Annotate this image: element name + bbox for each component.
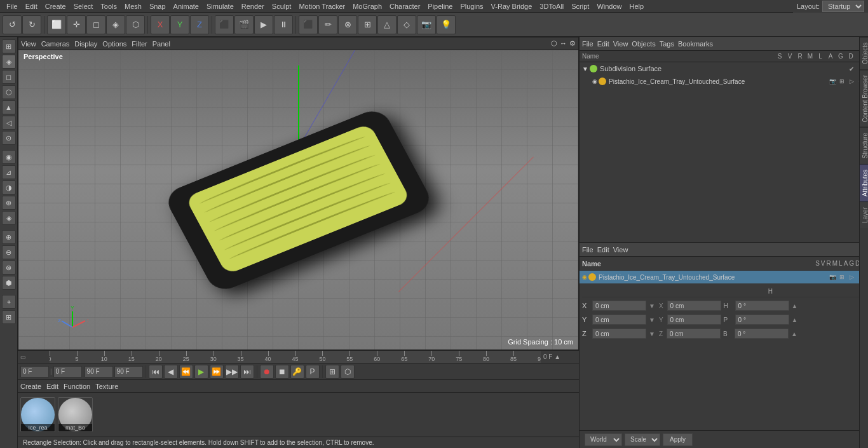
left-btn-10[interactable]: ◑ xyxy=(2,180,16,194)
left-btn-8[interactable]: ◉ xyxy=(2,150,16,164)
left-btn-5[interactable]: ▲ xyxy=(2,100,16,114)
z-axis-button[interactable]: Z xyxy=(190,15,209,34)
stop-button[interactable]: ⏹ xyxy=(275,365,289,379)
coord-x-up-arrow[interactable]: ▲ xyxy=(792,302,798,309)
material-ice[interactable]: Ice_rea xyxy=(20,397,55,432)
material-menu-edit[interactable]: Edit xyxy=(46,383,58,390)
transform-tool-button[interactable]: ⬡ xyxy=(126,15,145,34)
material-menu-texture[interactable]: Texture xyxy=(95,383,118,390)
material-box[interactable]: mat_Bo xyxy=(58,397,93,432)
left-btn-6[interactable]: ◁ xyxy=(2,116,16,130)
left-btn-17[interactable]: ⊞ xyxy=(2,310,16,324)
y-axis-button[interactable]: Y xyxy=(170,15,189,34)
left-btn-1[interactable]: ⊞ xyxy=(2,39,16,53)
select-tool-button[interactable]: ⬜ xyxy=(47,15,66,34)
coord-y-rot[interactable]: 0 ° xyxy=(735,315,789,325)
tab-layer[interactable]: Layer xyxy=(860,201,868,228)
left-btn-16[interactable]: ⬢ xyxy=(2,276,16,290)
next-keyframe-button[interactable]: ⏩ xyxy=(210,365,224,379)
left-btn-13[interactable]: ⊕ xyxy=(2,230,16,244)
om-row-subdivision[interactable]: ▼ Subdivision Surface ✔ ✔ xyxy=(580,62,868,75)
material-menu-create[interactable]: Create xyxy=(20,383,41,390)
camera-button[interactable]: 📷 xyxy=(417,15,436,34)
attr-selected-row[interactable]: ◉ Pistachio_Ice_Cream_Tray_Untouched_Sur… xyxy=(580,271,868,283)
coord-y-arrow[interactable]: ▼ xyxy=(649,316,655,323)
left-btn-15[interactable]: ⊗ xyxy=(2,261,16,275)
render-region-button[interactable]: 🎬 xyxy=(234,15,254,34)
rotate-tool-button[interactable]: ◻ xyxy=(86,15,105,34)
menu-item-window[interactable]: Window xyxy=(593,1,625,11)
viewport-menu-options[interactable]: Options xyxy=(102,40,126,48)
vp-icon-move[interactable]: ↔ xyxy=(560,39,567,48)
left-btn-11[interactable]: ⊛ xyxy=(2,196,16,210)
tab-objects[interactable]: Objects xyxy=(860,37,868,69)
layout-select[interactable]: Startup xyxy=(822,1,864,12)
coord-y-size[interactable]: 0 cm xyxy=(667,315,721,325)
scale-tool-button[interactable]: ◈ xyxy=(106,15,125,34)
record-button[interactable]: ⏺ xyxy=(260,365,274,379)
om-menu-view[interactable]: View xyxy=(613,40,628,48)
x-axis-button[interactable]: X xyxy=(151,15,170,34)
tab-content-browser[interactable]: Content Browser xyxy=(860,69,868,127)
attr-menu-file[interactable]: File xyxy=(582,246,593,254)
menu-item-render[interactable]: Render xyxy=(238,1,268,11)
coord-z-size[interactable]: 0 cm xyxy=(667,329,721,339)
sculpt-btn[interactable]: ⌖ xyxy=(2,295,16,309)
coord-y-up-arrow[interactable]: ▲ xyxy=(792,316,798,323)
prev-frame-button[interactable]: ◀ xyxy=(164,365,178,379)
menu-item-v-ray-bridge[interactable]: V-Ray Bridge xyxy=(487,1,536,11)
attr-menu-view[interactable]: View xyxy=(613,246,628,254)
coord-z-arrow[interactable]: ▼ xyxy=(649,330,655,337)
left-btn-12[interactable]: ◈ xyxy=(2,211,16,225)
left-btn-7[interactable]: ⊙ xyxy=(2,131,16,145)
coord-x-arrow[interactable]: ▼ xyxy=(649,302,655,309)
om-menu-objects[interactable]: Objects xyxy=(632,40,655,48)
left-btn-2[interactable]: ◈ xyxy=(2,55,16,69)
left-btn-9[interactable]: ⊿ xyxy=(2,165,16,179)
goto-start-button[interactable]: ⏮ xyxy=(149,365,163,379)
viewport-menu-cameras[interactable]: Cameras xyxy=(41,40,70,48)
material-menu-function[interactable]: Function xyxy=(64,383,90,390)
menu-item-pipeline[interactable]: Pipeline xyxy=(424,1,456,11)
cube-button[interactable]: ⬛ xyxy=(299,15,318,34)
om-menu-file[interactable]: File xyxy=(582,40,593,48)
object-mode-button[interactable]: ⬛ xyxy=(215,15,234,34)
pen-button[interactable]: ✏ xyxy=(318,15,337,34)
scale-dropdown[interactable]: Scale Size xyxy=(625,433,660,446)
timeline-arrow-up[interactable]: ▲ xyxy=(554,353,560,360)
om-row-pistachio[interactable]: ◉ Pistachio_Ice_Cream_Tray_Untouched_Sur… xyxy=(580,75,868,88)
scene-canvas[interactable]: Perspective Grid Spacing : 10 cm Y X Z xyxy=(18,50,578,350)
deformer-button[interactable]: △ xyxy=(377,15,397,34)
menu-item-motion-tracker[interactable]: Motion Tracker xyxy=(295,1,349,11)
menu-item-character[interactable]: Character xyxy=(386,1,424,11)
menu-item-select[interactable]: Select xyxy=(70,1,97,11)
menu-item-animate[interactable]: Animate xyxy=(170,1,203,11)
prev-keyframe-button[interactable]: ⏪ xyxy=(179,365,193,379)
menu-item-mesh[interactable]: Mesh xyxy=(121,1,146,11)
frame-current-input[interactable] xyxy=(53,366,82,377)
menu-item-tools[interactable]: Tools xyxy=(97,1,121,11)
tab-attributes[interactable]: Attributes xyxy=(860,164,868,201)
viewport-menu-view[interactable]: View xyxy=(21,40,36,48)
coord-z-rot[interactable]: 0 ° xyxy=(735,329,789,339)
coord-z-up-arrow[interactable]: ▲ xyxy=(791,330,797,337)
coord-x-rot[interactable]: 0 ° xyxy=(735,301,789,311)
frame-start-input[interactable] xyxy=(20,366,49,377)
left-btn-4[interactable]: ⬡ xyxy=(2,85,16,99)
menu-item-simulate[interactable]: Simulate xyxy=(203,1,238,11)
menu-item-help[interactable]: Help xyxy=(626,1,648,11)
array-button[interactable]: ⊞ xyxy=(358,15,377,34)
menu-item-file[interactable]: File xyxy=(3,1,22,11)
frame-end-input[interactable] xyxy=(85,366,113,377)
om-menu-bookmarks[interactable]: Bookmarks xyxy=(678,40,713,48)
attr-menu-edit[interactable]: Edit xyxy=(597,246,609,254)
menu-item-3dtoall[interactable]: 3DToAll xyxy=(536,1,567,11)
undo-button[interactable]: ↺ xyxy=(3,15,22,34)
menu-item-edit[interactable]: Edit xyxy=(22,1,41,11)
coord-x-pos[interactable]: 0 cm xyxy=(592,301,646,311)
menu-item-plugins[interactable]: Plugins xyxy=(456,1,487,11)
left-btn-14[interactable]: ⊖ xyxy=(2,245,16,259)
move-tool-button[interactable]: ✛ xyxy=(67,15,86,34)
redo-button[interactable]: ↻ xyxy=(22,15,41,34)
viewport-menu-display[interactable]: Display xyxy=(74,40,97,48)
